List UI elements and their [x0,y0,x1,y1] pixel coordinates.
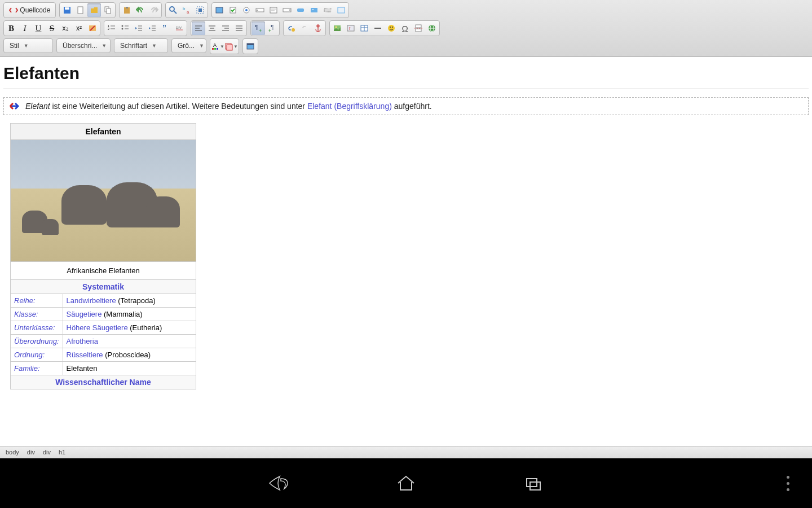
open-icon[interactable] [87,3,101,17]
bullet-list-icon[interactable] [118,21,132,35]
globe-icon[interactable] [425,21,439,35]
select-icon[interactable] [280,3,294,17]
ltr-icon[interactable]: ¶ [251,21,265,35]
textarea-icon[interactable] [267,3,280,17]
maximize-icon[interactable] [244,40,257,53]
editor-content[interactable]: Elefanten Elefant ist eine Weiterleitung… [0,57,812,431]
title-rule [3,89,809,89]
paste-icon[interactable] [120,3,134,17]
svg-text:DIV: DIV [176,26,182,29]
pagebreak-icon[interactable] [412,21,425,35]
svg-point-63 [336,27,337,28]
form-icon[interactable] [213,3,226,17]
textfield-icon[interactable] [253,3,267,17]
taxonomy-link[interactable]: Säugetiere [67,310,102,318]
svg-point-71 [390,27,391,28]
svg-text:”: ” [162,24,166,32]
svg-rect-74 [416,29,421,32]
anchor-icon[interactable] [311,21,325,35]
breadcrumb-bar: body div div h1 [0,446,812,458]
align-justify-icon[interactable] [232,21,246,35]
copy-icon[interactable] [101,3,114,17]
taxonomy-value: Landwirbeltiere (Tetrapoda) [63,294,196,308]
hr-icon[interactable] [371,21,385,35]
infobox-title: Elefanten [11,124,196,140]
image-icon[interactable] [330,21,344,35]
svg-rect-6 [126,7,128,8]
breadcrumb-item[interactable]: body [6,449,19,456]
heading-combo[interactable]: Überschri...▼ [56,38,111,53]
svg-text:b: b [183,6,186,11]
svg-rect-13 [216,7,223,13]
svg-point-7 [170,7,174,11]
taxonomy-link[interactable]: Landwirbeltiere [67,296,116,305]
numbered-list-icon[interactable]: 12 [105,21,118,35]
subscript-button[interactable]: x₂ [59,21,72,35]
disambig-text2: aufgeführt. [392,102,432,111]
italic-button[interactable]: I [18,21,32,35]
size-combo[interactable]: Grö...▼ [171,38,206,53]
font-combo[interactable]: Schriftart▼ [114,38,168,53]
svg-text:¶: ¶ [255,24,258,30]
redo-icon[interactable] [147,3,161,17]
rtl-icon[interactable]: ¶ [265,21,279,35]
link-icon[interactable] [284,21,298,35]
android-recent-button[interactable] [523,473,544,493]
android-back-button[interactable] [268,473,289,493]
align-center-icon[interactable] [205,21,219,35]
indent-icon[interactable] [145,21,159,35]
android-menu-button[interactable] [787,476,789,491]
taxonomy-link[interactable]: Afrotheria [67,337,98,345]
svg-rect-23 [297,8,304,12]
breadcrumb-item[interactable]: div [43,449,51,456]
button-icon[interactable] [294,3,307,17]
remove-format-icon[interactable] [86,21,99,35]
undo-icon[interactable] [134,3,147,17]
bold-button[interactable]: B [5,21,18,35]
outdent-icon[interactable] [132,21,145,35]
replace-icon[interactable]: ba [180,3,193,17]
unlink-icon[interactable] [298,21,311,35]
taxonomy-label: Reihe: [11,294,63,308]
infobox-image-cell [11,140,196,262]
infobox-caption: Afrikanische Elefanten [11,262,196,280]
radio-icon[interactable] [240,3,253,17]
iframe-icon[interactable] [334,3,348,17]
strike-button[interactable]: S [45,21,59,35]
taxonomy-value: Säugetiere (Mammalia) [63,308,196,321]
checkbox-icon[interactable] [226,3,240,17]
flash-icon[interactable]: f [344,21,358,35]
bg-color-icon[interactable]: ▼ [224,40,238,53]
find-icon[interactable] [166,3,180,17]
new-page-icon[interactable] [74,3,87,17]
source-button[interactable]: Quellcode [5,3,55,17]
hidden-field-icon[interactable] [321,3,334,17]
table-icon[interactable] [358,21,371,35]
svg-rect-84 [227,45,232,50]
align-left-icon[interactable] [192,21,205,35]
save-icon[interactable] [60,3,74,17]
source-label: Quellcode [20,6,50,14]
disambig-icon [8,101,21,111]
taxonomy-link[interactable]: Rüsseltiere [67,351,103,359]
text-color-icon[interactable]: A▼ [211,40,224,53]
taxonomy-value: Afrotheria [63,335,196,348]
android-home-button[interactable] [396,473,416,493]
div-icon[interactable]: DIV [173,21,186,35]
special-char-icon[interactable]: Ω [398,21,412,35]
toolbar-row-2: B I U S x₂ x² 12 ” DIV ¶ ¶ [3,20,809,36]
image-button-icon[interactable] [307,3,321,17]
align-right-icon[interactable] [219,21,232,35]
superscript-button[interactable]: x² [72,21,86,35]
select-all-icon[interactable] [193,3,207,17]
svg-point-25 [312,9,314,10]
taxonomy-link[interactable]: Höhere Säugetiere [67,323,128,332]
breadcrumb-item[interactable]: div [27,449,35,456]
blockquote-icon[interactable]: ” [159,21,173,35]
disambig-link[interactable]: Elefant (Begriffsklärung) [307,102,392,111]
smiley-icon[interactable] [385,21,398,35]
underline-button[interactable]: U [32,21,45,35]
taxonomy-row: Ordnung:Rüsseltiere (Proboscidea) [11,348,196,362]
breadcrumb-item[interactable]: h1 [59,449,65,456]
style-combo[interactable]: Stil▼ [3,38,53,53]
